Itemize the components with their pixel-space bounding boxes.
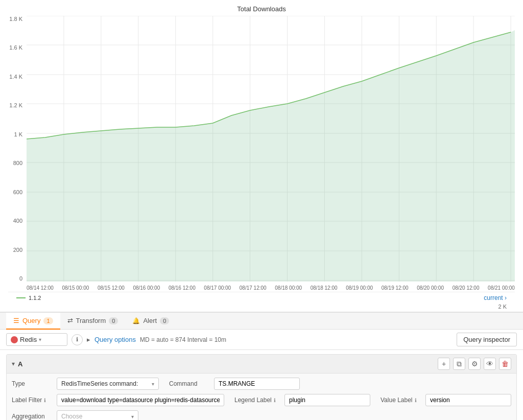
tab-transform[interactable]: ⇄ Transform 0 — [60, 313, 126, 330]
query-tab-icon: ☰ — [13, 317, 19, 324]
datasource-name: Redis — [20, 336, 37, 343]
label-filter-label: Label Filter ℹ — [12, 396, 53, 404]
x-tick: 08/19 12:00 — [382, 285, 409, 291]
legend-line-icon — [16, 297, 26, 298]
delete-button[interactable]: 🗑 — [499, 358, 511, 370]
type-select[interactable]: RedisTimeSeries command: — [57, 378, 159, 390]
x-tick: 08/18 12:00 — [311, 285, 338, 291]
y-tick: 1.4 K — [9, 74, 22, 80]
query-tab-badge: 1 — [43, 317, 53, 324]
x-tick: 08/17 00:00 — [204, 285, 231, 291]
chart-legend: 1.1.2 — [16, 295, 41, 301]
type-value: RedisTimeSeries command: — [61, 380, 138, 387]
svg-marker-23 — [27, 30, 515, 282]
x-axis: 08/14 12:00 08/15 00:00 08/15 12:00 08/1… — [8, 285, 515, 291]
transform-tab-icon: ⇄ — [67, 317, 73, 324]
label-filter-input[interactable] — [57, 394, 224, 406]
x-tick: 08/16 12:00 — [169, 285, 196, 291]
y-tick: 1 K — [14, 131, 22, 137]
type-label: Type — [12, 380, 53, 387]
info-icon: ℹ — [76, 336, 78, 343]
aggregation-select[interactable]: Choose — [57, 410, 138, 420]
query-toolbar: Redis ℹ ▸ Query options MD = auto = 874 … — [0, 330, 523, 350]
query-panel-header: ▾ A + ⧉ ⚙ 👁 🗑 — [7, 355, 516, 374]
type-command-row: Type RedisTimeSeries command: Command — [12, 378, 511, 390]
duplicate-button[interactable]: ⧉ — [453, 358, 465, 370]
tab-alert[interactable]: 🔔 Alert 0 — [125, 313, 176, 330]
y-tick: 0 — [19, 275, 22, 282]
y-axis: 1.8 K 1.6 K 1.4 K 1.2 K 1 K 800 600 400 … — [8, 16, 27, 282]
x-tick: 08/20 00:00 — [417, 285, 444, 291]
y-tick: 1.6 K — [9, 44, 22, 51]
x-tick: 08/16 00:00 — [133, 285, 160, 291]
chart-footer: 1.1.2 current › — [8, 292, 515, 304]
settings-button[interactable]: ⚙ — [468, 358, 481, 370]
y-tick: 1.2 K — [9, 102, 22, 108]
x-tick: 08/18 00:00 — [275, 285, 302, 291]
transform-tab-badge: 0 — [109, 317, 118, 324]
type-chevron-icon — [152, 381, 154, 387]
alert-tab-badge: 0 — [160, 317, 169, 324]
aggregation-placeholder: Choose — [61, 413, 82, 420]
hide-button[interactable]: 👁 — [484, 358, 496, 370]
query-inspector-button[interactable]: Query inspector — [457, 333, 517, 346]
aggregation-row: Aggregation Choose — [12, 410, 511, 420]
datasource-select[interactable]: Redis — [6, 333, 67, 346]
tab-query[interactable]: ☰ Query 1 — [6, 313, 60, 330]
chart-container: Total Downloads 1.8 K 1.6 K 1.4 K 1.2 K … — [0, 0, 523, 310]
legend-label: 1.1.2 — [29, 295, 41, 301]
query-tab-label: Query — [22, 317, 40, 324]
aggregation-label: Aggregation — [12, 413, 53, 420]
label-filter-row: Label Filter ℹ Legend Label ℹ Value Labe… — [12, 394, 511, 406]
transform-tab-label: Transform — [76, 317, 106, 324]
legend-label-input[interactable] — [284, 394, 370, 406]
query-fields: Type RedisTimeSeries command: Command La… — [7, 374, 516, 420]
value-label-input[interactable] — [425, 394, 511, 406]
tabs-bar: ☰ Query 1 ⇄ Transform 0 🔔 Alert 0 — [0, 312, 523, 330]
chart-max-value: 2 K — [498, 304, 507, 310]
y-tick: 800 — [13, 160, 22, 166]
x-tick: 08/21 00:00 — [488, 285, 515, 291]
y-tick: 1.8 K — [9, 16, 22, 22]
panel-actions: + ⧉ ⚙ 👁 🗑 — [438, 358, 511, 370]
aggregation-chevron-icon — [131, 414, 134, 419]
query-options-details: MD = auto = 874 Interval = 10m — [140, 336, 226, 343]
legend-label-field-label: Legend Label ℹ — [234, 396, 280, 404]
command-label: Command — [169, 380, 210, 387]
command-input[interactable] — [214, 378, 300, 390]
redis-datasource-icon — [11, 336, 18, 343]
panel-collapse-icon[interactable]: ▾ — [12, 360, 15, 367]
x-tick: 08/20 12:00 — [453, 285, 480, 291]
y-tick: 400 — [13, 218, 22, 224]
alert-tab-label: Alert — [143, 317, 157, 324]
alert-tab-icon: 🔔 — [132, 317, 140, 324]
datasource-info-button[interactable]: ℹ — [72, 334, 83, 345]
chart-area: 1.8 K 1.6 K 1.4 K 1.2 K 1 K 800 600 400 … — [8, 16, 515, 283]
datasource-chevron-icon — [39, 337, 41, 342]
x-tick: 08/15 12:00 — [98, 285, 125, 291]
panel-letter: A — [18, 360, 22, 368]
value-label-field-label: Value Label ℹ — [381, 396, 421, 404]
x-tick: 08/17 12:00 — [240, 285, 267, 291]
y-tick: 200 — [13, 247, 22, 253]
value-label-info-icon[interactable]: ℹ — [415, 398, 417, 403]
chart-svg — [27, 16, 515, 283]
add-row-button[interactable]: + — [438, 358, 450, 370]
line-chart-svg — [27, 16, 515, 282]
collapse-arrow-icon[interactable]: ▸ — [87, 336, 90, 343]
y-tick: 600 — [13, 189, 22, 195]
legend-label-info-icon[interactable]: ℹ — [274, 398, 276, 403]
query-options-label[interactable]: Query options — [94, 336, 136, 343]
current-link[interactable]: current › — [484, 294, 507, 301]
query-panel-a: ▾ A + ⧉ ⚙ 👁 🗑 Type RedisTimeSeries comma… — [6, 354, 517, 420]
x-tick: 08/19 00:00 — [346, 285, 373, 291]
x-tick: 08/14 12:00 — [27, 285, 54, 291]
chart-title: Total Downloads — [8, 5, 515, 13]
label-filter-info-icon[interactable]: ℹ — [44, 398, 46, 403]
x-tick: 08/15 00:00 — [62, 285, 89, 291]
